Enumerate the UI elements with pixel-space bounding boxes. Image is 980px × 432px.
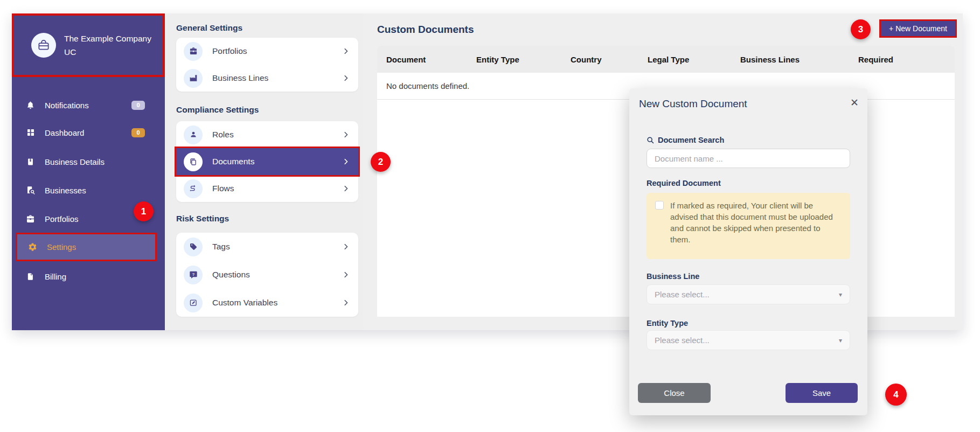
chevron-right-icon xyxy=(343,185,349,192)
compliance-settings-card: Roles Documents Flows xyxy=(176,121,358,202)
settings-menu-panel: General Settings Portfolios Business Lin… xyxy=(165,13,363,330)
new-document-highlight-box: + New Document xyxy=(879,19,957,38)
menu-item-tags[interactable]: Tags xyxy=(176,233,358,261)
column-header-document: Document xyxy=(386,55,476,64)
tag-icon xyxy=(184,238,203,256)
menu-item-business-lines[interactable]: Business Lines xyxy=(176,65,358,92)
factory-icon xyxy=(184,69,203,88)
modal-title: New Custom Document xyxy=(639,98,747,110)
chevron-right-icon xyxy=(343,243,349,250)
section-title-compliance: Compliance Settings xyxy=(176,105,259,115)
menu-item-roles[interactable]: Roles xyxy=(176,121,358,148)
search-icon xyxy=(647,136,654,144)
menu-item-label: Business Lines xyxy=(212,73,268,83)
annotation-step-2: 2 xyxy=(371,152,391,172)
settings-highlight-box: Settings xyxy=(16,233,157,261)
risk-settings-card: Tags ? Questions Custom Variables xyxy=(176,233,358,317)
sidebar-item-dashboard[interactable]: Dashboard 0 xyxy=(12,125,165,140)
document-search-input[interactable] xyxy=(647,149,850,168)
gear-icon xyxy=(27,242,38,252)
menu-item-label: Tags xyxy=(212,242,230,252)
dashboard-count-badge: 0 xyxy=(131,128,145,137)
sidebar: The Example Company UC Notifications 0 D… xyxy=(12,13,165,330)
menu-item-custom-variables[interactable]: Custom Variables xyxy=(176,289,358,317)
building-search-icon xyxy=(25,185,36,195)
notifications-count-badge: 0 xyxy=(131,101,145,110)
sidebar-item-billing[interactable]: Billing xyxy=(12,269,165,284)
chevron-right-icon xyxy=(343,158,349,165)
column-header-country: Country xyxy=(571,55,648,64)
company-header-highlight[interactable]: The Example Company UC xyxy=(12,13,165,77)
new-custom-document-modal: New Custom Document ✕ Document Search Re… xyxy=(629,88,867,415)
briefcase-icon xyxy=(184,42,203,61)
documents-icon xyxy=(184,152,203,171)
sidebar-item-businesses[interactable]: Businesses xyxy=(12,183,165,198)
required-checkbox[interactable] xyxy=(655,201,664,210)
dashboard-icon xyxy=(25,128,36,137)
company-name: The Example Company UC xyxy=(64,32,155,59)
menu-item-label: Questions xyxy=(212,270,250,280)
chevron-right-icon xyxy=(343,299,349,306)
menu-item-portfolios[interactable]: Portfolios xyxy=(176,38,358,65)
annotation-step-3: 3 xyxy=(851,19,871,39)
sidebar-item-label: Businesses xyxy=(45,186,86,195)
sidebar-item-notifications[interactable]: Notifications 0 xyxy=(12,97,165,113)
svg-text:?: ? xyxy=(192,272,194,277)
table-header-row: Document Entity Type Country Legal Type … xyxy=(377,46,955,73)
chevron-right-icon xyxy=(343,131,349,138)
menu-item-label: Flows xyxy=(212,184,234,193)
briefcase-icon xyxy=(25,214,36,224)
chevron-right-icon xyxy=(343,48,349,54)
sidebar-item-label: Billing xyxy=(45,272,66,281)
sidebar-item-label: Business Details xyxy=(45,157,105,166)
briefcase-icon xyxy=(37,38,51,52)
annotation-step-1: 1 xyxy=(134,201,154,221)
section-title-general: General Settings xyxy=(176,23,242,33)
menu-item-documents[interactable]: Documents xyxy=(176,148,358,175)
save-button[interactable]: Save xyxy=(786,383,858,403)
menu-item-label: Portfolios xyxy=(212,46,247,56)
sidebar-item-business-details[interactable]: Business Details xyxy=(12,154,165,169)
invoice-icon xyxy=(25,272,36,281)
close-button[interactable]: Close xyxy=(638,383,711,403)
chevron-right-icon xyxy=(343,75,349,81)
entity-type-select[interactable]: Please select... ▾ xyxy=(647,330,850,350)
annotation-step-4: 4 xyxy=(885,384,907,406)
bell-icon xyxy=(25,101,36,110)
document-search-label: Document Search xyxy=(647,136,724,144)
menu-item-label: Roles xyxy=(212,130,234,140)
required-note-text: If marked as required, Your client will … xyxy=(670,200,842,245)
user-icon xyxy=(184,126,203,144)
column-header-required: Required xyxy=(858,55,955,64)
sidebar-item-label: Dashboard xyxy=(45,128,84,137)
required-document-label: Required Document xyxy=(647,179,721,187)
chevron-right-icon xyxy=(343,271,349,278)
flow-icon xyxy=(184,179,203,198)
column-header-legal-type: Legal Type xyxy=(648,55,740,64)
sidebar-item-label: Portfolios xyxy=(45,214,79,224)
general-settings-card: Portfolios Business Lines xyxy=(176,38,358,92)
edit-icon xyxy=(184,294,203,312)
new-document-button[interactable]: + New Document xyxy=(881,21,955,36)
menu-item-flows[interactable]: Flows xyxy=(176,175,358,202)
page-title: Custom Documents xyxy=(377,24,474,36)
menu-item-questions[interactable]: ? Questions xyxy=(176,261,358,289)
sidebar-item-label: Notifications xyxy=(45,101,89,110)
id-card-icon xyxy=(25,157,36,166)
caret-down-icon: ▾ xyxy=(839,337,842,344)
caret-down-icon: ▾ xyxy=(839,291,842,298)
menu-item-label: Documents xyxy=(212,157,254,166)
business-line-label: Business Line xyxy=(647,272,699,281)
menu-item-label: Custom Variables xyxy=(212,298,277,308)
column-header-entity-type: Entity Type xyxy=(476,55,571,64)
sidebar-item-settings[interactable]: Settings xyxy=(17,234,155,260)
column-header-business-lines: Business Lines xyxy=(740,55,858,64)
close-icon[interactable]: ✕ xyxy=(850,96,859,109)
business-line-select[interactable]: Please select... ▾ xyxy=(647,284,850,304)
entity-type-label: Entity Type xyxy=(647,319,688,328)
question-bubble-icon: ? xyxy=(184,266,203,284)
avatar xyxy=(31,33,56,58)
sidebar-item-label: Settings xyxy=(47,242,76,252)
section-title-risk: Risk Settings xyxy=(176,214,229,224)
required-note-box: If marked as required, Your client will … xyxy=(647,193,850,259)
